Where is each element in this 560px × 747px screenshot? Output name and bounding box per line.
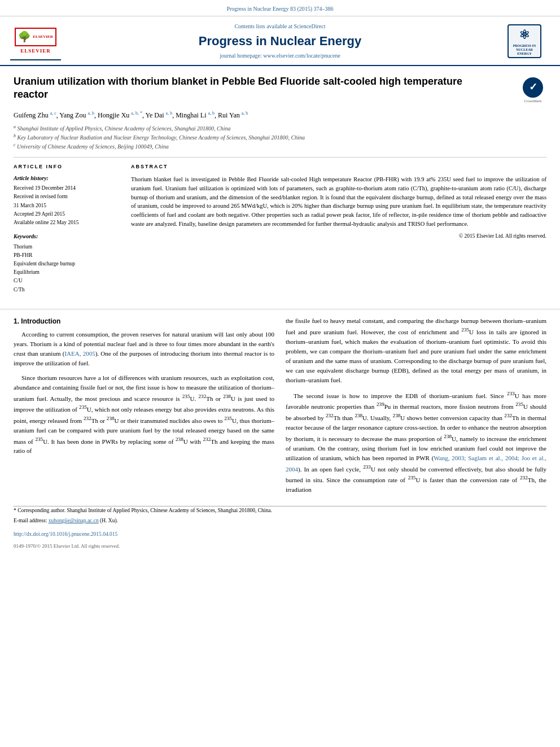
author-3: Hongjie Xu a, b, *: [98, 111, 142, 119]
email-suffix: (H. Xu).: [100, 518, 118, 523]
sciencedirect-anchor[interactable]: ScienceDirect: [294, 23, 325, 29]
doi-link[interactable]: http://dx.doi.org/10.1016/j.pnucene.2015…: [14, 531, 117, 537]
date-accepted: Accepted 29 April 2015: [14, 211, 121, 218]
affil-c: c University of Chinese Academy of Scien…: [14, 142, 546, 151]
body-para-1: According to current consumption, the pr…: [14, 330, 274, 368]
article-history-title: Article history:: [14, 174, 121, 182]
author-4: Ye Dai a, b: [145, 111, 172, 119]
affiliations: a Shanghai Institute of Applied Physics,…: [14, 124, 546, 151]
elsevier-tree-icon: 🌳: [18, 30, 30, 44]
footnote-container: * Corresponding author. Shanghai Institu…: [14, 506, 546, 525]
keyword-2: PB-FHR: [14, 251, 121, 260]
article-info-header: ARTICLE INFO: [14, 163, 121, 171]
section-divider: [0, 309, 560, 309]
abstract-text: Thorium blanket fuel is investigated in …: [131, 175, 546, 229]
homepage-prefix: journal homepage:: [220, 53, 263, 59]
body-para-r1: the fissile fuel to heavy metal constant…: [286, 316, 546, 385]
date-received: Received 19 December 2014: [14, 185, 121, 192]
journal-homepage[interactable]: journal homepage: www.elsevier.com/locat…: [61, 52, 499, 60]
keywords-section: Keywords: Thorium PB-FHR Equivalent disc…: [14, 233, 121, 294]
keyword-3: Equivalent discharge burnup: [14, 260, 121, 268]
crossmark-badge[interactable]: ✓ CrossMark: [519, 77, 546, 104]
ref-wang2003[interactable]: Wang, 2003; Saglam et al., 2004; Joo et …: [286, 455, 546, 473]
author-6: Rui Yan a, b: [218, 111, 248, 119]
abstract-copyright: © 2015 Elsevier Ltd. All rights reserved…: [131, 232, 546, 240]
article-title: Uranium utilization with thorium blanket…: [14, 75, 476, 102]
sciencedirect-link[interactable]: Contents lists available at ScienceDirec…: [61, 23, 499, 30]
article-title-section: Uranium utilization with thorium blanket…: [14, 75, 546, 104]
abstract-col: ABSTRACT Thorium blanket fuel is investi…: [131, 163, 546, 294]
journal-logo-text: PROGRESS IN NUCLEAR ENERGY: [510, 44, 539, 56]
journal-title: Progress in Nuclear Energy: [61, 33, 499, 50]
homepage-link[interactable]: www.elsevier.com/locate/pnucene: [263, 53, 340, 59]
journal-center: Contents lists available at ScienceDirec…: [61, 23, 499, 60]
journal-logo-right: ⚛ PROGRESS IN NUCLEAR ENERGY: [499, 24, 550, 58]
body-para-2: Since thorium resources have a lot of di…: [14, 373, 274, 456]
footnote-email-line: E-mail address: xuhongjie@sinap.ac.cn (H…: [14, 517, 546, 525]
top-bar: Progress in Nuclear Energy 83 (2015) 374…: [0, 0, 560, 16]
affil-b: b Key Laboratory of Nuclear Radiation an…: [14, 133, 546, 142]
abstract-header: ABSTRACT: [131, 163, 546, 171]
date-revised-label: Received in revised form: [14, 193, 121, 200]
elsevier-label: ELSEVIER: [20, 47, 51, 55]
journal-ref: Progress in Nuclear Energy 83 (2015) 374…: [226, 6, 333, 12]
email-link[interactable]: xuhongjie@sinap.ac.cn: [49, 518, 99, 523]
date-online: Available online 22 May 2015: [14, 219, 121, 226]
body-columns: 1. Introduction According to current con…: [0, 316, 560, 499]
elsevier-logo: 🌳 ELSEVIER ELSEVIER: [10, 22, 61, 60]
sciencedirect-prefix: Contents lists available at: [234, 23, 294, 29]
keyword-6: C/Th: [14, 286, 121, 294]
article-info-col: ARTICLE INFO Article history: Received 1…: [14, 163, 121, 294]
journal-header: 🌳 ELSEVIER ELSEVIER Contents lists avail…: [0, 16, 560, 66]
keywords-list: Thorium PB-FHR Equivalent discharge burn…: [14, 243, 121, 294]
author-2: Yang Zou a, b: [59, 111, 94, 119]
ref-iaea2005[interactable]: IAEA, 2005: [64, 350, 95, 357]
author-1: Guifeng Zhu a, c: [14, 111, 56, 119]
keyword-5: C/U: [14, 277, 121, 285]
body-col-right: the fissile fuel to heavy metal constant…: [286, 316, 546, 499]
bottom-links: http://dx.doi.org/10.1016/j.pnucene.2015…: [0, 527, 560, 541]
journal-logo-circle: ⚛ PROGRESS IN NUCLEAR ENERGY: [508, 24, 541, 58]
atom-icon: ⚛: [519, 27, 530, 44]
keyword-4: Equilibrium: [14, 268, 121, 277]
authors-line: Guifeng Zhu a, c, Yang Zou a, b, Hongjie…: [14, 110, 546, 120]
keywords-title: Keywords:: [14, 233, 121, 241]
article-main: Uranium utilization with thorium blanket…: [0, 66, 560, 300]
email-label: E-mail address:: [14, 518, 47, 523]
elsevier-logo-box: 🌳 ELSEVIER: [15, 28, 56, 46]
bottom-copyright: 0149-1970/© 2015 Elsevier Ltd. All right…: [0, 541, 560, 556]
body-para-r2: The second issue is how to improve the E…: [286, 390, 546, 495]
section1-heading: 1. Introduction: [14, 316, 274, 327]
keyword-1: Thorium: [14, 243, 121, 251]
article-columns: ARTICLE INFO Article history: Received 1…: [14, 157, 546, 294]
footnote-corresponding: * Corresponding author. Shanghai Institu…: [14, 506, 546, 514]
crossmark-label: CrossMark: [524, 99, 541, 104]
affil-a: a Shanghai Institute of Applied Physics,…: [14, 124, 546, 133]
body-col-left: 1. Introduction According to current con…: [14, 316, 274, 499]
author-5: Minghai Li a, b: [176, 111, 215, 119]
crossmark-icon: ✓: [523, 77, 543, 98]
date-revised: 31 March 2015: [14, 202, 121, 209]
